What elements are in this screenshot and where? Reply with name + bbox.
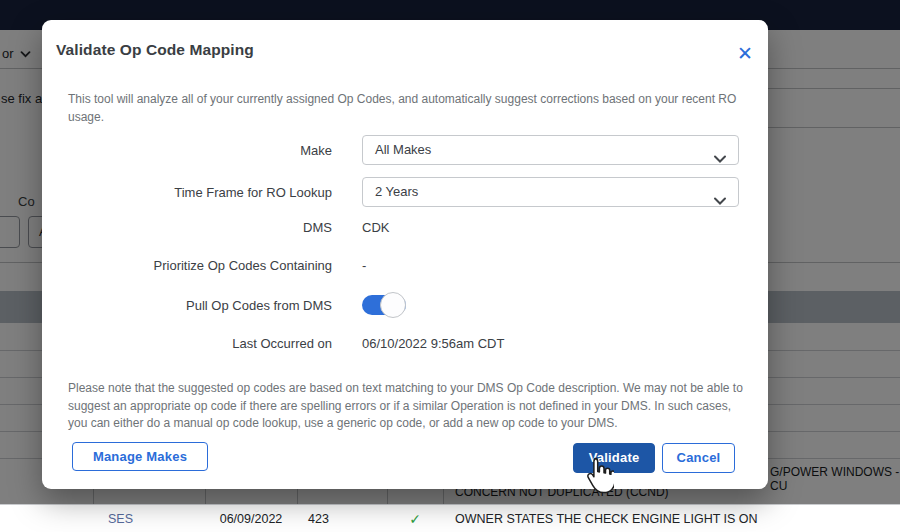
toggle-knob bbox=[380, 292, 406, 318]
timeframe-select[interactable]: 2 Years bbox=[362, 177, 739, 207]
dms-label: DMS bbox=[68, 220, 332, 235]
table-row: SES 06/09/2022 423 ✓ OWNER STATES THE CH… bbox=[0, 504, 900, 532]
dialog-intro-text: This tool will analyze all of your curre… bbox=[68, 91, 740, 126]
form-row-last-occurred: Last Occurred on 06/10/2022 9:56am CDT bbox=[68, 332, 504, 354]
form-row-pull-op-codes: Pull Op Codes from DMS bbox=[68, 291, 406, 319]
dialog-title: Validate Op Code Mapping bbox=[56, 41, 254, 59]
make-label: Make bbox=[68, 143, 332, 158]
app-root: or se fix a Co Al G/POWER WINDOWS - CU C… bbox=[0, 0, 900, 532]
chevron-down-icon bbox=[713, 188, 727, 216]
validate-button[interactable]: Validate bbox=[573, 443, 655, 473]
prioritize-value: - bbox=[362, 258, 366, 273]
form-row-make: Make All Makes bbox=[68, 135, 739, 165]
validate-op-code-mapping-dialog: Validate Op Code Mapping ✕ This tool wil… bbox=[42, 20, 768, 489]
table-cell-description: OWNER STATES THE CHECK ENGINE LIGHT IS O… bbox=[455, 505, 758, 532]
table-cell-date: 06/09/2022 bbox=[205, 505, 297, 532]
last-occurred-value: 06/10/2022 9:56am CDT bbox=[362, 336, 504, 351]
form-row-prioritize: Prioritize Op Codes Containing - bbox=[68, 254, 366, 276]
op-code-link[interactable]: SES bbox=[93, 505, 220, 532]
cancel-button[interactable]: Cancel bbox=[662, 443, 735, 473]
make-select-value: All Makes bbox=[375, 142, 431, 157]
pull-op-codes-toggle[interactable] bbox=[362, 295, 406, 315]
chevron-down-icon bbox=[713, 146, 727, 174]
dms-value: CDK bbox=[362, 220, 389, 235]
timeframe-select-value: 2 Years bbox=[375, 184, 418, 199]
prioritize-label: Prioritize Op Codes Containing bbox=[68, 258, 332, 273]
form-row-dms: DMS CDK bbox=[68, 216, 389, 238]
table-cell-count: 423 bbox=[297, 505, 370, 532]
close-icon[interactable]: ✕ bbox=[737, 44, 753, 63]
form-row-timeframe: Time Frame for RO Lookup 2 Years bbox=[68, 177, 739, 207]
make-select[interactable]: All Makes bbox=[362, 135, 739, 165]
last-occurred-label: Last Occurred on bbox=[68, 336, 332, 351]
timeframe-label: Time Frame for RO Lookup bbox=[68, 185, 332, 200]
manage-makes-button[interactable]: Manage Makes bbox=[72, 442, 208, 471]
check-icon: ✓ bbox=[387, 505, 443, 532]
dialog-note-text: Please note that the suggested op codes … bbox=[68, 380, 746, 433]
pull-op-codes-label: Pull Op Codes from DMS bbox=[68, 298, 332, 313]
